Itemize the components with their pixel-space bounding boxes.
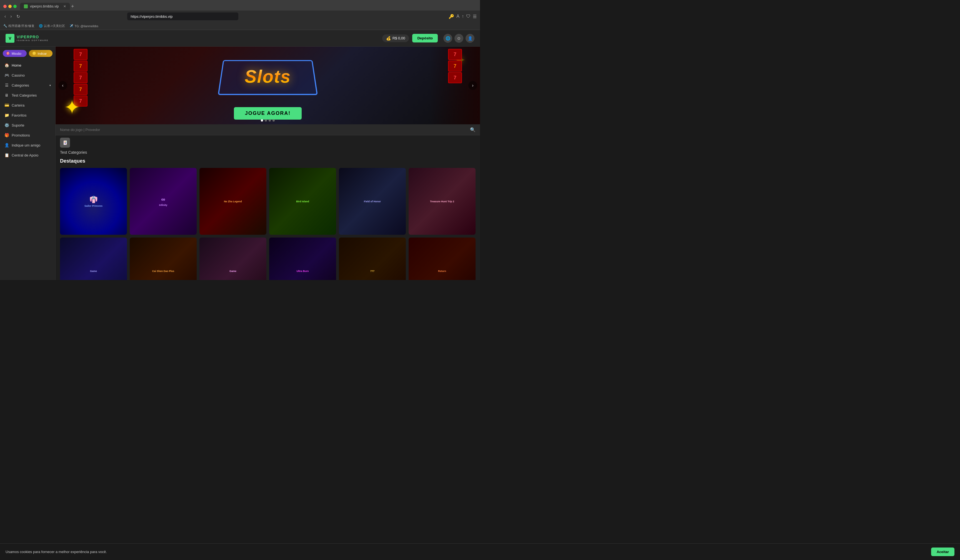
- chevron-down-icon: ▾: [50, 84, 51, 87]
- destaques-section: Destaques 👘 Sailor Princess ∞: [56, 156, 480, 280]
- test-categories-label: Test Categories: [60, 150, 87, 155]
- sidebar-item-categories[interactable]: ☰ Categories ▾: [0, 80, 55, 90]
- close-button[interactable]: [3, 5, 7, 8]
- game-grid-row2: Game Cai Shen Dao Plus Game Ultra Burn 7: [60, 238, 475, 280]
- settings-icon[interactable]: ⊙: [454, 34, 463, 43]
- new-tab-button[interactable]: +: [71, 3, 74, 10]
- sidebar-item-cassino[interactable]: 🎮 Cassino: [0, 70, 55, 80]
- sidebar-top-buttons: 🎯 Missão 🪙 Indicar: [0, 50, 55, 60]
- test-categories-icon: 🖥: [5, 93, 9, 97]
- game-card-7[interactable]: Game: [60, 238, 127, 280]
- sidebar-label-central: Central de Apoio: [12, 153, 38, 157]
- extension-icon[interactable]: 🔑: [449, 14, 454, 19]
- indique-icon: 👤: [5, 143, 9, 147]
- logo-icon: V: [6, 34, 14, 43]
- search-input[interactable]: [60, 128, 470, 132]
- share-icon[interactable]: ↑: [462, 14, 464, 19]
- test-categories-label-container: Test Categories: [56, 150, 480, 156]
- game-card-9[interactable]: Game: [200, 238, 266, 280]
- sidebar-label-cassino: Cassino: [12, 73, 25, 77]
- banner-next-button[interactable]: ›: [468, 81, 477, 90]
- sidebar-item-central[interactable]: 📋 Central de Apoio: [0, 150, 55, 160]
- game-card-treasure-hunt[interactable]: Treasure Hunt Trip 2: [409, 168, 475, 235]
- favoritos-icon: 📁: [5, 113, 9, 117]
- sidebar-label-carteira: Carteira: [12, 103, 24, 107]
- tab-close-icon[interactable]: ✕: [63, 5, 66, 8]
- forward-button[interactable]: ›: [9, 13, 13, 20]
- suporte-icon: ⚙️: [5, 123, 9, 128]
- sidebar-item-promotions[interactable]: 🎁 Promotions: [0, 130, 55, 140]
- translate-icon[interactable]: A: [456, 14, 459, 19]
- game-card-bird-island[interactable]: Bird Island: [269, 168, 336, 235]
- url-input[interactable]: [127, 13, 238, 20]
- active-tab[interactable]: viperpro.timibbs.vip ✕: [20, 3, 70, 10]
- hero-banner: 7 7 7 7 7 ✦ ✦: [56, 46, 480, 124]
- banner-dot-1[interactable]: [261, 119, 263, 121]
- banner-dot-4[interactable]: [272, 119, 275, 121]
- tab-label: viperpro.timibbs.vip: [30, 5, 59, 8]
- banner-dot-2[interactable]: [265, 119, 267, 121]
- balance-display: 💰 R$ 0,00: [382, 34, 409, 42]
- play-now-button[interactable]: JOGUE AGORA!: [234, 107, 302, 120]
- bookmark-icon-3: ✈️: [69, 24, 73, 28]
- app-layout: 🎯 Missão 🪙 Indicar 🏠 Home 🎮 Cassino: [0, 46, 480, 280]
- bookmark-2[interactable]: 🌐 认准->天美社区: [39, 24, 65, 28]
- tab-favicon: [24, 5, 28, 8]
- destaques-title: Destaques: [60, 156, 475, 164]
- game-card-777[interactable]: 777: [339, 238, 406, 280]
- bookmark-1[interactable]: 🔧 程序搭建/开发/修复: [3, 24, 34, 28]
- main-content: 7 7 7 7 7 ✦ ✦: [56, 46, 480, 280]
- sidebar-item-indique[interactable]: 👤 Indique um amigo: [0, 140, 55, 150]
- deposit-button[interactable]: Depósito: [412, 34, 438, 43]
- logo-text: VIPERPRO IGAMING SOFTWARE: [17, 35, 49, 41]
- back-button[interactable]: ‹: [3, 13, 7, 20]
- balance-amount: R$ 0,00: [392, 36, 405, 40]
- reload-button[interactable]: ↻: [15, 13, 21, 20]
- logo: V VIPERPRO IGAMING SOFTWARE: [6, 34, 49, 43]
- indicar-icon: 🪙: [32, 52, 36, 55]
- sidebar-item-carteira[interactable]: 💳 Carteira: [0, 100, 55, 110]
- game-card-field-of-honor[interactable]: Field of Honor: [339, 168, 406, 235]
- shield-icon[interactable]: 🛡: [466, 14, 470, 19]
- minimize-button[interactable]: [8, 5, 12, 8]
- sidebar: 🎯 Missão 🪙 Indicar 🏠 Home 🎮 Cassino: [0, 46, 56, 280]
- test-cat-thumbnail[interactable]: 🃏: [60, 138, 70, 148]
- carteira-icon: 💳: [5, 103, 9, 107]
- search-icon[interactable]: 🔍: [470, 127, 475, 132]
- cassino-icon: 🎮: [5, 73, 9, 77]
- maximize-button[interactable]: [13, 5, 17, 8]
- star-left-decoration: ✦: [64, 96, 80, 119]
- mission-icon: 🎯: [6, 52, 10, 55]
- bookmark-label-2: 认准->天美社区: [44, 24, 65, 28]
- mission-button[interactable]: 🎯 Missão: [3, 50, 27, 57]
- game-card-return[interactable]: Return: [409, 238, 475, 280]
- sidebar-label-categories: Categories: [12, 83, 29, 88]
- game-grid-row1: 👘 Sailor Princess ∞ Infinity: [60, 168, 475, 235]
- game-card-cai-shen-dao[interactable]: Cai Shen Dao Plus: [130, 238, 197, 280]
- sidebar-label-test-categories: Test Categories: [12, 93, 37, 97]
- sidebar-item-favoritos[interactable]: 📁 Favoritos: [0, 110, 55, 120]
- sidebar-item-home[interactable]: 🏠 Home: [0, 60, 55, 70]
- logo-name: VIPERPRO: [17, 35, 49, 39]
- app-header: V VIPERPRO IGAMING SOFTWARE 💰 R$ 0,00 De…: [0, 30, 480, 46]
- banner-prev-button[interactable]: ‹: [58, 81, 67, 90]
- bookmark-label-1: 程序搭建/开发/修复: [8, 24, 34, 28]
- language-icon[interactable]: 🌐: [443, 34, 452, 43]
- game-card-nezha[interactable]: Ne Zha Legend: [200, 168, 266, 235]
- game-card-infinity[interactable]: ∞ Infinity: [130, 168, 197, 235]
- categories-icon: ☰: [5, 83, 9, 88]
- sidebar-item-suporte[interactable]: ⚙️ Suporte: [0, 120, 55, 130]
- game-card-ultra-burn[interactable]: Ultra Burn: [269, 238, 336, 280]
- banner-dots: [261, 119, 275, 121]
- indicar-button[interactable]: 🪙 Indicar: [29, 50, 53, 57]
- browser-actions: 🔑 A ↑ 🛡 ☰: [449, 14, 477, 19]
- banner-dot-3[interactable]: [269, 119, 271, 121]
- game-card-sailor-princess[interactable]: 👘 Sailor Princess: [60, 168, 127, 235]
- sidebar-item-test-categories[interactable]: 🖥 Test Categories: [0, 90, 55, 100]
- bookmarks-bar: 🔧 程序搭建/开发/修复 🌐 认准->天美社区 ✈️ TG: @tianmeib…: [0, 22, 480, 30]
- bookmark-3[interactable]: ✈️ TG: @tianmeibbs: [69, 24, 98, 28]
- user-avatar[interactable]: 👤: [466, 34, 474, 43]
- home-icon: 🏠: [5, 63, 9, 67]
- mission-label: Missão: [12, 52, 21, 55]
- menu-icon[interactable]: ☰: [473, 14, 477, 19]
